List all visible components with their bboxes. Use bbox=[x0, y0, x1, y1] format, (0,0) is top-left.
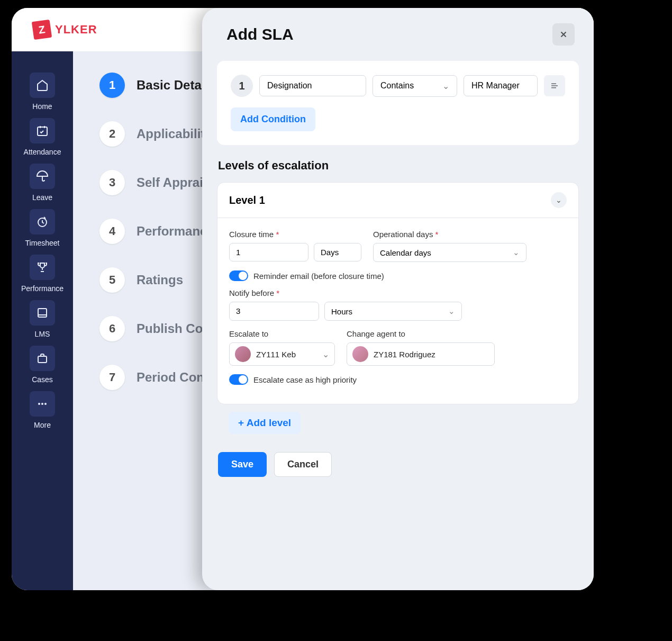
save-button[interactable]: Save bbox=[218, 452, 267, 477]
condition-options-button[interactable] bbox=[544, 75, 565, 96]
notify-before-unit-select[interactable]: Hours⌄ bbox=[324, 302, 462, 321]
closure-opdays-row: Closure time * 1 Days Operational days *… bbox=[229, 230, 567, 262]
step-label: Applicability bbox=[137, 127, 212, 141]
escalate-agent-row: Escalate to ZY111 Keb ⌄ Change agent to bbox=[229, 329, 567, 366]
step-number: 7 bbox=[99, 365, 125, 390]
calendar-check-icon bbox=[30, 118, 55, 143]
svg-rect-3 bbox=[38, 356, 47, 363]
condition-field-select[interactable]: Designation bbox=[259, 75, 366, 96]
high-priority-toggle[interactable] bbox=[229, 374, 248, 385]
closure-time-label: Closure time * bbox=[229, 230, 361, 239]
sidebar-item-label: Cases bbox=[32, 375, 53, 384]
trophy-icon bbox=[30, 255, 55, 280]
sidebar-item-more[interactable]: More bbox=[30, 391, 55, 429]
step-number: 1 bbox=[99, 73, 125, 98]
level-title: Level 1 bbox=[229, 194, 265, 206]
home-icon bbox=[30, 73, 55, 98]
closure-time-unit[interactable]: Days bbox=[314, 243, 361, 261]
collapse-button[interactable]: ⌄ bbox=[551, 192, 567, 208]
chevron-down-icon: ⌄ bbox=[556, 196, 562, 204]
cancel-button[interactable]: Cancel bbox=[274, 452, 332, 477]
sidebar-item-timesheet[interactable]: Timesheet bbox=[25, 209, 60, 247]
condition-card: 1 Designation Contains⌄ HR Manager Add C… bbox=[217, 61, 579, 145]
sidebar-item-home[interactable]: Home bbox=[30, 73, 55, 111]
level-card: Level 1 ⌄ Closure time * 1 Days bbox=[217, 182, 579, 404]
step-number: 2 bbox=[99, 121, 125, 147]
footer-actions: Save Cancel bbox=[217, 447, 579, 477]
sidebar-item-performance[interactable]: Performance bbox=[21, 255, 63, 293]
step-label: Ratings bbox=[137, 273, 183, 287]
sidebar-item-label: LMS bbox=[35, 330, 50, 338]
avatar bbox=[352, 346, 368, 362]
add-condition-button[interactable]: Add Condition bbox=[231, 107, 315, 131]
svg-rect-2 bbox=[38, 309, 47, 317]
logo: Z YLKER bbox=[33, 21, 97, 39]
closure-time-field: Closure time * 1 Days bbox=[229, 230, 361, 262]
operational-days-field: Operational days * Calendar days⌄ bbox=[373, 230, 526, 262]
panel-title: Add SLA bbox=[226, 25, 294, 43]
app-window: Z YLKER Home Attendance Leave Timesheet bbox=[12, 8, 594, 590]
notify-before-unit-value: Hours bbox=[331, 307, 352, 316]
add-level-button[interactable]: + Add level bbox=[229, 412, 301, 434]
close-icon bbox=[559, 30, 568, 39]
operational-days-label: Operational days * bbox=[373, 230, 526, 239]
sidebar-item-cases[interactable]: Cases bbox=[30, 346, 55, 384]
sidebar-item-lms[interactable]: LMS bbox=[30, 300, 55, 338]
step-number: 5 bbox=[99, 267, 125, 293]
change-agent-select[interactable]: ZY181 Rodriguez bbox=[347, 342, 495, 366]
clock-icon bbox=[30, 209, 55, 234]
step-number: 3 bbox=[99, 170, 125, 195]
chevron-down-icon: ⌄ bbox=[448, 306, 455, 316]
change-agent-value: ZY181 Rodriguez bbox=[374, 350, 489, 359]
notify-before-input[interactable]: 3 bbox=[229, 302, 319, 321]
notify-before-field: Notify before * 3 Hours⌄ bbox=[229, 288, 567, 321]
escalate-to-label: Escalate to bbox=[229, 329, 335, 338]
sidebar-item-label: Leave bbox=[32, 193, 52, 202]
escalation-section: Levels of escalation Level 1 ⌄ Closure t… bbox=[217, 159, 579, 434]
panel-body: 1 Designation Contains⌄ HR Manager Add C… bbox=[202, 61, 594, 590]
operational-days-value: Calendar days bbox=[380, 248, 431, 257]
change-agent-field: Change agent to ZY181 Rodriguez bbox=[347, 329, 495, 366]
sidebar-item-label: Home bbox=[32, 102, 52, 111]
sidebar-item-attendance[interactable]: Attendance bbox=[24, 118, 61, 156]
condition-index: 1 bbox=[231, 75, 253, 97]
step-number: 4 bbox=[99, 219, 125, 244]
avatar bbox=[235, 346, 251, 362]
level-header: Level 1 ⌄ bbox=[217, 183, 578, 218]
sidebar-item-label: More bbox=[34, 421, 51, 429]
sidebar-item-label: Performance bbox=[21, 284, 63, 293]
step-number: 6 bbox=[99, 316, 125, 341]
change-agent-label: Change agent to bbox=[347, 329, 495, 338]
logo-text: YLKER bbox=[55, 23, 97, 37]
list-icon bbox=[550, 81, 559, 91]
close-button[interactable] bbox=[552, 23, 575, 46]
condition-operator-select[interactable]: Contains⌄ bbox=[373, 75, 457, 97]
chevron-down-icon: ⌄ bbox=[442, 81, 449, 91]
escalate-to-value: ZY111 Keb bbox=[256, 350, 317, 359]
high-priority-toggle-label: Escalate case as high priority bbox=[253, 375, 357, 384]
sidebar-item-leave[interactable]: Leave bbox=[30, 164, 55, 202]
level-body: Closure time * 1 Days Operational days *… bbox=[217, 218, 578, 404]
chevron-down-icon: ⌄ bbox=[322, 349, 329, 359]
sidebar-item-label: Attendance bbox=[24, 148, 61, 156]
closure-time-input[interactable]: 1 bbox=[229, 243, 308, 261]
svg-point-6 bbox=[44, 403, 47, 405]
condition-value-select[interactable]: HR Manager bbox=[464, 75, 538, 96]
escalate-to-select[interactable]: ZY111 Keb ⌄ bbox=[229, 342, 335, 366]
condition-row: 1 Designation Contains⌄ HR Manager bbox=[231, 75, 565, 97]
sidebar: Home Attendance Leave Timesheet Performa… bbox=[12, 51, 73, 590]
reminder-toggle[interactable] bbox=[229, 270, 248, 281]
operational-days-select[interactable]: Calendar days⌄ bbox=[373, 243, 526, 262]
condition-operator-value: Contains bbox=[380, 81, 414, 91]
condition-field-value: Designation bbox=[267, 81, 312, 91]
notify-before-label: Notify before * bbox=[229, 288, 567, 297]
umbrella-icon bbox=[30, 164, 55, 189]
panel-header: Add SLA bbox=[202, 8, 594, 61]
svg-point-5 bbox=[41, 403, 43, 405]
sidebar-item-label: Timesheet bbox=[25, 239, 60, 247]
svg-point-4 bbox=[38, 403, 40, 405]
reminder-toggle-label: Reminder email (before closure time) bbox=[253, 272, 384, 281]
escalation-heading: Levels of escalation bbox=[217, 159, 579, 173]
briefcase-icon bbox=[30, 346, 55, 371]
condition-value-text: HR Manager bbox=[471, 81, 520, 91]
